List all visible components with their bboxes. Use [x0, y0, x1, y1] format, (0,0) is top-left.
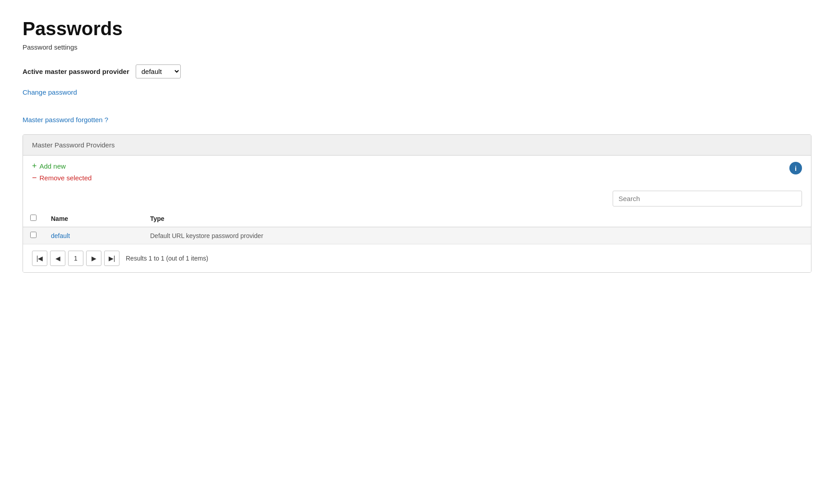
- prev-page-button[interactable]: ◀: [50, 251, 65, 266]
- providers-table: Name Type default Default URL keystore p…: [23, 210, 811, 244]
- page-number-input[interactable]: [68, 251, 83, 266]
- next-page-button[interactable]: ▶: [86, 251, 101, 266]
- master-password-providers-table-container: Master Password Providers + Add new − Re…: [23, 134, 811, 273]
- pagination-bar: |◀ ◀ ▶ ▶| Results 1 to 1 (out of 1 items…: [23, 244, 811, 272]
- row-type-value: Default URL keystore password provider: [150, 232, 263, 239]
- select-all-checkbox[interactable]: [30, 215, 37, 221]
- table-toolbar: + Add new − Remove selected i: [23, 156, 811, 186]
- add-new-label: Add new: [40, 162, 66, 170]
- row-name-cell: default: [44, 227, 143, 244]
- plus-icon: +: [32, 162, 37, 170]
- table-header-row: Name Type: [23, 210, 811, 227]
- remove-selected-label: Remove selected: [40, 174, 92, 182]
- col-type-header: Type: [143, 210, 811, 227]
- remove-selected-button[interactable]: − Remove selected: [32, 174, 92, 182]
- search-input[interactable]: [613, 191, 802, 206]
- info-icon[interactable]: i: [789, 162, 802, 174]
- table-header-label: Master Password Providers: [32, 141, 115, 149]
- search-row: [23, 186, 811, 210]
- first-page-button[interactable]: |◀: [32, 251, 47, 266]
- row-type-cell: Default URL keystore password provider: [143, 227, 811, 244]
- row-name-link[interactable]: default: [51, 232, 70, 239]
- results-info: Results 1 to 1 (out of 1 items): [126, 255, 208, 262]
- last-page-button[interactable]: ▶|: [104, 251, 119, 266]
- forgotten-password-section: Master password forgotten ?: [23, 116, 811, 130]
- page-title: Passwords: [23, 18, 811, 40]
- master-password-forgotten-link[interactable]: Master password forgotten ?: [23, 116, 108, 124]
- minus-icon: −: [32, 174, 37, 182]
- provider-row: Active master password provider default: [23, 64, 811, 78]
- add-new-button[interactable]: + Add new: [32, 162, 66, 170]
- page-subtitle: Password settings: [23, 43, 811, 51]
- provider-select[interactable]: default: [136, 64, 181, 78]
- provider-label: Active master password provider: [23, 68, 129, 75]
- change-password-link[interactable]: Change password: [23, 88, 77, 96]
- row-checkbox[interactable]: [30, 232, 37, 238]
- table-row: default Default URL keystore password pr…: [23, 227, 811, 244]
- col-name-header: Name: [44, 210, 143, 227]
- table-header-bar: Master Password Providers: [23, 135, 811, 156]
- row-checkbox-cell: [23, 227, 44, 244]
- header-checkbox-col: [23, 210, 44, 227]
